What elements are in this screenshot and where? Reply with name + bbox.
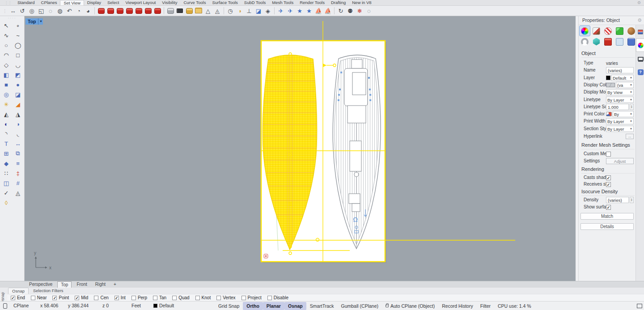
status-toggle[interactable]: Auto CPlane (Object) <box>382 302 438 310</box>
menu-tab[interactable]: Set View <box>60 0 84 5</box>
plane-up2-icon[interactable]: ✈ <box>286 6 295 15</box>
environment-sphere-icon[interactable] <box>626 26 636 36</box>
adjust-button[interactable]: Adjust <box>606 158 634 164</box>
osnap-item[interactable]: Vertex <box>216 295 235 300</box>
isocurve-layers-icon[interactable] <box>626 37 636 47</box>
units-readout[interactable]: Feet <box>131 302 141 310</box>
new-viewport-tab[interactable]: + <box>110 281 119 288</box>
status-toggle[interactable]: Osnap <box>284 302 306 310</box>
linetype-dropdown[interactable]: By Layer▼ <box>606 97 634 103</box>
display-color-dropdown[interactable]: (va▼ <box>616 82 634 88</box>
check-icon[interactable]: ✓ <box>1 188 11 197</box>
map-sheets-icon[interactable]: ◪ <box>254 6 263 15</box>
material-brush-icon[interactable] <box>591 26 602 36</box>
print-color-swatch[interactable] <box>606 112 612 116</box>
curved-surface-icon[interactable]: ◩ <box>13 70 23 79</box>
layer-dropdown[interactable]: Default▼ <box>611 75 634 81</box>
front-tab[interactable]: Front <box>73 281 90 288</box>
rotate-360-icon[interactable]: ↻ <box>336 6 345 15</box>
osnap-checkbox[interactable] <box>52 296 57 300</box>
menu-tab[interactable]: Render Tools <box>297 0 328 5</box>
hyperlink-button[interactable]: ... <box>626 134 634 139</box>
osnap-checkbox[interactable] <box>267 296 272 300</box>
linetype-scale-spinner[interactable]: ▴▾ <box>630 104 634 110</box>
rotate-view-icon[interactable]: ↺ <box>18 6 27 15</box>
status-toggle[interactable]: Record History <box>438 302 476 310</box>
menu-tab[interactable]: Mesh Tools <box>269 0 297 5</box>
toolbar-separator[interactable] <box>222 6 225 15</box>
zoom-1to1-icon[interactable]: ◕ <box>84 6 93 15</box>
top-viewport[interactable]: Ω y x Top ▼ <box>25 16 576 281</box>
display-color-swatch[interactable] <box>606 83 615 87</box>
clock-icon[interactable]: ◷ <box>226 6 235 15</box>
density-input[interactable]: (varies) <box>606 197 629 203</box>
osnap-checkbox[interactable] <box>31 296 35 300</box>
grid-points-icon[interactable]: ∷ <box>1 169 11 178</box>
plane-star2-icon[interactable]: ★ <box>305 6 314 15</box>
status-toggle[interactable]: Filter <box>477 302 494 310</box>
boolean-difference-icon[interactable]: ◑ <box>13 119 23 128</box>
osnap-tab[interactable]: Selection Filters <box>30 288 67 294</box>
streetlamp2-icon[interactable]: ◬ <box>213 6 222 15</box>
osnap-item[interactable]: Project <box>242 295 262 300</box>
receives-shadow-checkbox[interactable]: ✓ <box>606 182 611 187</box>
status-left-icon[interactable] <box>3 303 7 309</box>
boolean-union-icon[interactable]: ◐ <box>1 119 11 128</box>
osnap-item[interactable]: Quad <box>172 295 189 300</box>
plane-up-icon[interactable]: ✈ <box>276 6 285 15</box>
walk-person-icon[interactable]: ⚉ <box>346 6 355 15</box>
trim-icon[interactable]: ◭ <box>1 110 11 119</box>
car-side2-icon[interactable] <box>134 6 143 15</box>
signal-pole-icon[interactable]: ⊥ <box>245 6 254 15</box>
toolbar-separator[interactable] <box>93 6 96 15</box>
circle-icon[interactable]: ○ <box>1 41 11 50</box>
perspective-tab[interactable]: Perspective <box>26 281 55 288</box>
osnap-item[interactable]: Point <box>52 295 69 300</box>
osnap-tab[interactable]: Osnap <box>8 288 29 294</box>
ellipse-icon[interactable]: ◯ <box>13 41 23 50</box>
casts-shadow-checkbox[interactable]: ✓ <box>606 175 611 180</box>
menu-tab[interactable]: Curve Tools <box>180 0 209 5</box>
pipe-icon[interactable]: ‡ <box>13 169 23 178</box>
menu-tab[interactable]: CPlanes <box>38 0 60 5</box>
osnap-item[interactable]: Cen <box>94 295 108 300</box>
car-side-icon[interactable] <box>125 6 134 15</box>
extend-icon[interactable]: ◢ <box>13 100 23 109</box>
name-input[interactable]: (varies) <box>606 67 634 73</box>
thickness-icon[interactable] <box>591 37 602 47</box>
plane-star-icon[interactable]: ★ <box>295 6 304 15</box>
car-front-icon[interactable] <box>115 6 124 15</box>
show-surface-checkbox[interactable]: ✓ <box>606 205 611 210</box>
display-tab-icon[interactable] <box>636 52 644 65</box>
menu-tab[interactable]: Select <box>104 0 122 5</box>
object-color-icon[interactable] <box>580 26 590 36</box>
print-width-dropdown[interactable]: By Layer▼ <box>606 118 634 124</box>
menu-tab[interactable]: Standard <box>14 0 38 5</box>
menu-tab[interactable]: New in V8 <box>349 0 374 5</box>
top-tab[interactable]: Top <box>57 281 72 288</box>
viewport-canvas[interactable]: Ω y x <box>25 16 576 281</box>
box-icon[interactable]: ■ <box>1 80 11 89</box>
display-mode-dropdown[interactable]: By View▼ <box>606 89 634 95</box>
texture-mapping-icon[interactable] <box>603 26 613 36</box>
fillet-icon[interactable]: ◝ <box>1 129 11 138</box>
print-color-dropdown[interactable]: By▼ <box>613 111 634 117</box>
split-icon[interactable]: ◮ <box>13 110 23 119</box>
bounding-box-icon[interactable] <box>603 37 613 47</box>
snowflake-icon[interactable]: ❄ <box>355 6 364 15</box>
control-point-curve-icon[interactable]: ∿ <box>1 31 11 40</box>
match-button[interactable]: Match <box>580 213 634 220</box>
viewport-title-dropdown-icon[interactable]: ▼ <box>38 18 43 25</box>
density-spinner[interactable]: ▴▾ <box>630 197 634 203</box>
menu-tab[interactable]: Surface Tools <box>209 0 241 5</box>
transparency-box-icon[interactable] <box>614 37 625 47</box>
chamfer-icon[interactable]: ◟ <box>13 129 23 138</box>
custom-mesh-checkbox[interactable] <box>606 152 611 157</box>
osnap-checkbox[interactable] <box>242 296 246 300</box>
point-icon[interactable]: ∘ <box>13 21 23 30</box>
dimension-icon[interactable]: ↔ <box>13 139 23 148</box>
status-toggle[interactable]: Ortho <box>243 302 263 310</box>
osnap-item[interactable]: Disable <box>267 295 288 300</box>
boat-icon[interactable]: ⛵ <box>314 6 323 15</box>
osnap-item[interactable]: Near <box>31 295 47 300</box>
